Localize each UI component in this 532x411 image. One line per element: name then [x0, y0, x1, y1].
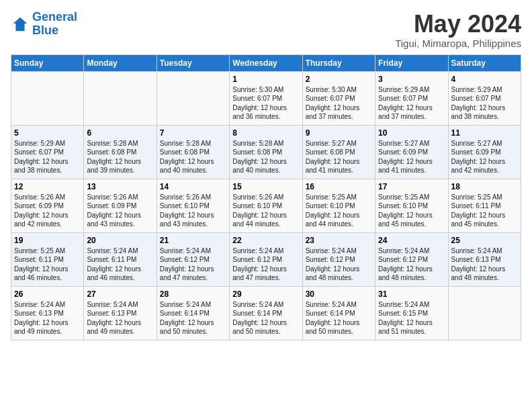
calendar-cell: 11Sunrise: 5:27 AMSunset: 6:09 PMDayligh… [448, 125, 521, 179]
col-header-saturday: Saturday [448, 54, 521, 71]
day-number: 4 [451, 75, 518, 84]
calendar-cell: 16Sunrise: 5:25 AMSunset: 6:10 PMDayligh… [302, 179, 375, 232]
day-info: Sunrise: 5:24 AMSunset: 6:12 PMDaylight:… [232, 246, 299, 283]
page-header: General Blue May 2024 Tigui, Mimaropa, P… [11, 11, 521, 49]
calendar-cell: 20Sunrise: 5:24 AMSunset: 6:11 PMDayligh… [84, 232, 157, 286]
calendar-cell: 6Sunrise: 5:28 AMSunset: 6:08 PMDaylight… [84, 125, 157, 179]
main-title: May 2024 [395, 11, 521, 38]
day-info: Sunrise: 5:24 AMSunset: 6:12 PMDaylight:… [378, 246, 445, 283]
calendar-cell: 22Sunrise: 5:24 AMSunset: 6:12 PMDayligh… [230, 232, 302, 286]
day-info: Sunrise: 5:24 AMSunset: 6:14 PMDaylight:… [306, 300, 372, 336]
day-info: Sunrise: 5:30 AMSunset: 6:07 PMDaylight:… [232, 85, 299, 122]
day-number: 26 [14, 289, 81, 299]
day-number: 18 [451, 182, 518, 191]
calendar-cell: 2Sunrise: 5:30 AMSunset: 6:07 PMDaylight… [302, 71, 375, 125]
calendar-cell [157, 71, 229, 125]
calendar-cell: 18Sunrise: 5:25 AMSunset: 6:11 PMDayligh… [448, 179, 521, 232]
col-header-monday: Monday [84, 54, 157, 71]
calendar-cell: 9Sunrise: 5:27 AMSunset: 6:08 PMDaylight… [302, 125, 375, 179]
day-number: 22 [232, 236, 299, 245]
day-number: 11 [451, 128, 518, 138]
calendar-cell: 31Sunrise: 5:24 AMSunset: 6:15 PMDayligh… [375, 286, 448, 340]
logo: General Blue [11, 11, 77, 38]
day-number: 27 [87, 289, 153, 299]
calendar-cell: 25Sunrise: 5:24 AMSunset: 6:13 PMDayligh… [448, 232, 521, 286]
calendar-week-5: 26Sunrise: 5:24 AMSunset: 6:13 PMDayligh… [11, 286, 521, 340]
day-info: Sunrise: 5:26 AMSunset: 6:10 PMDaylight:… [160, 193, 226, 229]
day-number: 8 [232, 128, 299, 138]
day-number: 21 [160, 236, 226, 245]
calendar-week-4: 19Sunrise: 5:25 AMSunset: 6:11 PMDayligh… [11, 232, 521, 286]
day-info: Sunrise: 5:26 AMSunset: 6:09 PMDaylight:… [87, 193, 153, 229]
calendar-table: SundayMondayTuesdayWednesdayThursdayFrid… [11, 54, 521, 340]
logo-blue: Blue [32, 24, 58, 37]
day-number: 25 [451, 236, 518, 245]
calendar-cell: 12Sunrise: 5:26 AMSunset: 6:09 PMDayligh… [11, 179, 84, 232]
calendar-cell: 21Sunrise: 5:24 AMSunset: 6:12 PMDayligh… [157, 232, 229, 286]
calendar-cell: 1Sunrise: 5:30 AMSunset: 6:07 PMDaylight… [230, 71, 302, 125]
calendar-cell: 4Sunrise: 5:29 AMSunset: 6:07 PMDaylight… [448, 71, 521, 125]
day-info: Sunrise: 5:24 AMSunset: 6:12 PMDaylight:… [160, 246, 226, 283]
calendar-cell: 7Sunrise: 5:28 AMSunset: 6:08 PMDaylight… [157, 125, 229, 179]
calendar-cell: 19Sunrise: 5:25 AMSunset: 6:11 PMDayligh… [11, 232, 84, 286]
calendar-cell: 17Sunrise: 5:25 AMSunset: 6:10 PMDayligh… [375, 179, 448, 232]
day-number: 19 [14, 236, 81, 245]
day-info: Sunrise: 5:24 AMSunset: 6:13 PMDaylight:… [87, 300, 153, 336]
calendar-cell: 13Sunrise: 5:26 AMSunset: 6:09 PMDayligh… [84, 179, 157, 232]
calendar-cell: 27Sunrise: 5:24 AMSunset: 6:13 PMDayligh… [84, 286, 157, 340]
day-info: Sunrise: 5:25 AMSunset: 6:10 PMDaylight:… [378, 193, 445, 229]
day-info: Sunrise: 5:26 AMSunset: 6:09 PMDaylight:… [14, 193, 81, 229]
logo-text: General Blue [32, 11, 77, 38]
day-info: Sunrise: 5:30 AMSunset: 6:07 PMDaylight:… [306, 85, 372, 122]
logo-general: General [32, 10, 77, 24]
day-number: 9 [306, 128, 372, 138]
day-info: Sunrise: 5:24 AMSunset: 6:13 PMDaylight:… [451, 246, 518, 283]
day-number: 3 [378, 75, 445, 84]
col-header-tuesday: Tuesday [157, 54, 229, 71]
calendar-cell: 23Sunrise: 5:24 AMSunset: 6:12 PMDayligh… [302, 232, 375, 286]
calendar-cell [84, 71, 157, 125]
day-number: 2 [306, 75, 372, 84]
day-info: Sunrise: 5:24 AMSunset: 6:13 PMDaylight:… [14, 300, 81, 336]
day-info: Sunrise: 5:28 AMSunset: 6:08 PMDaylight:… [160, 139, 226, 175]
day-number: 12 [14, 182, 81, 191]
day-info: Sunrise: 5:28 AMSunset: 6:08 PMDaylight:… [232, 139, 299, 175]
day-info: Sunrise: 5:27 AMSunset: 6:08 PMDaylight:… [306, 139, 372, 175]
day-number: 29 [232, 289, 299, 299]
col-header-sunday: Sunday [11, 54, 84, 71]
day-info: Sunrise: 5:25 AMSunset: 6:11 PMDaylight:… [451, 193, 518, 229]
calendar-cell: 10Sunrise: 5:27 AMSunset: 6:09 PMDayligh… [375, 125, 448, 179]
day-number: 31 [378, 289, 445, 299]
day-number: 5 [14, 128, 81, 138]
day-info: Sunrise: 5:24 AMSunset: 6:14 PMDaylight:… [160, 300, 226, 336]
title-area: May 2024 Tigui, Mimaropa, Philippines [395, 11, 521, 49]
day-number: 24 [378, 236, 445, 245]
logo-icon [11, 15, 30, 34]
day-info: Sunrise: 5:29 AMSunset: 6:07 PMDaylight:… [378, 85, 445, 122]
day-number: 20 [87, 236, 153, 245]
day-number: 23 [306, 236, 372, 245]
col-header-friday: Friday [375, 54, 448, 71]
day-number: 30 [306, 289, 372, 299]
day-info: Sunrise: 5:27 AMSunset: 6:09 PMDaylight:… [378, 139, 445, 175]
day-number: 15 [232, 182, 299, 191]
day-info: Sunrise: 5:29 AMSunset: 6:07 PMDaylight:… [14, 139, 81, 175]
calendar-cell: 26Sunrise: 5:24 AMSunset: 6:13 PMDayligh… [11, 286, 84, 340]
day-info: Sunrise: 5:29 AMSunset: 6:07 PMDaylight:… [451, 85, 518, 122]
calendar-cell [11, 71, 84, 125]
calendar-cell: 15Sunrise: 5:26 AMSunset: 6:10 PMDayligh… [230, 179, 302, 232]
day-info: Sunrise: 5:24 AMSunset: 6:11 PMDaylight:… [87, 246, 153, 283]
day-info: Sunrise: 5:25 AMSunset: 6:10 PMDaylight:… [306, 193, 372, 229]
calendar-week-3: 12Sunrise: 5:26 AMSunset: 6:09 PMDayligh… [11, 179, 521, 232]
day-info: Sunrise: 5:24 AMSunset: 6:15 PMDaylight:… [378, 300, 445, 336]
subtitle: Tigui, Mimaropa, Philippines [395, 38, 521, 49]
day-number: 13 [87, 182, 153, 191]
day-info: Sunrise: 5:25 AMSunset: 6:11 PMDaylight:… [14, 246, 81, 283]
calendar-cell: 24Sunrise: 5:24 AMSunset: 6:12 PMDayligh… [375, 232, 448, 286]
day-number: 17 [378, 182, 445, 191]
day-number: 1 [232, 75, 299, 84]
day-info: Sunrise: 5:28 AMSunset: 6:08 PMDaylight:… [87, 139, 153, 175]
calendar-cell: 30Sunrise: 5:24 AMSunset: 6:14 PMDayligh… [302, 286, 375, 340]
day-number: 16 [306, 182, 372, 191]
day-number: 10 [378, 128, 445, 138]
